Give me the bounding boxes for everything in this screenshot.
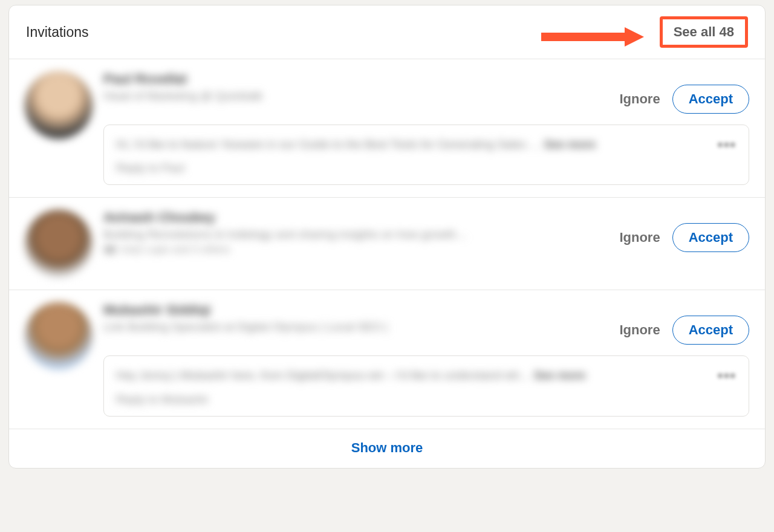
ignore-button[interactable]: Ignore — [619, 322, 660, 338]
reply-link[interactable]: Reply to Paul — [116, 161, 709, 175]
mutual-text: Judy Lujan and 3 others — [120, 244, 230, 256]
invitation-body: Paul Rovellat Head of Marketing @ Quickt… — [103, 71, 749, 185]
more-options-icon[interactable]: ••• — [718, 135, 737, 153]
message-box: Hi, I'd like to feature Yesware in our G… — [103, 125, 749, 185]
invitation-row: Avinash Choubey Building Remotetoms & In… — [9, 198, 765, 290]
svg-marker-1 — [625, 27, 644, 47]
card-title: Invitations — [26, 24, 89, 41]
card-footer: Show more — [9, 429, 765, 468]
invitation-info: Paul Rovellat Head of Marketing @ Quickt… — [103, 71, 619, 105]
message-line: Hey Jonny:) Mubashir here, from DigitalO… — [116, 366, 709, 385]
message-preview: Hey Jonny:) Mubashir here, from DigitalO… — [116, 369, 531, 381]
inviter-name[interactable]: Avinash Choubey — [103, 210, 619, 225]
avatar[interactable] — [25, 71, 93, 139]
inviter-headline: Link Building Specialist at Digital Olym… — [103, 320, 619, 334]
mutual-icon — [103, 245, 117, 254]
invitation-actions: Ignore Accept — [619, 210, 749, 252]
invitation-body: Avinash Choubey Building Remotetoms & In… — [103, 210, 749, 277]
invitation-top: Avinash Choubey Building Remotetoms & In… — [103, 210, 749, 256]
invitations-card: Invitations See all 48 Paul Rovellat Hea… — [8, 5, 766, 469]
message-text: Hi, I'd like to feature Yesware in our G… — [116, 135, 709, 175]
avatar[interactable] — [25, 302, 93, 370]
inviter-name[interactable]: Paul Rovellat — [103, 71, 619, 87]
invitation-row: Paul Rovellat Head of Marketing @ Quickt… — [9, 59, 765, 198]
more-options-icon[interactable]: ••• — [718, 366, 737, 384]
ignore-button[interactable]: Ignore — [619, 230, 660, 245]
see-more-link[interactable]: See more — [534, 369, 586, 381]
accept-button[interactable]: Accept — [672, 223, 749, 252]
inviter-name[interactable]: Mubashir Siddiqi — [103, 302, 619, 318]
show-more-button[interactable]: Show more — [351, 440, 423, 456]
inviter-headline: Head of Marketing @ Quicktalk — [103, 89, 619, 103]
card-header: Invitations See all 48 — [9, 5, 765, 59]
accept-button[interactable]: Accept — [672, 85, 749, 114]
invitation-info: Avinash Choubey Building Remotetoms & In… — [103, 210, 619, 256]
invitation-body: Mubashir Siddiqi Link Building Specialis… — [103, 302, 749, 416]
invitation-top: Mubashir Siddiqi Link Building Specialis… — [103, 302, 749, 345]
message-box: Hey Jonny:) Mubashir here, from DigitalO… — [103, 355, 749, 416]
accept-button[interactable]: Accept — [672, 316, 749, 345]
avatar[interactable] — [25, 210, 93, 277]
message-preview: Hi, I'd like to feature Yesware in our G… — [116, 138, 541, 151]
invitation-actions: Ignore Accept — [619, 302, 749, 345]
inviter-headline: Building Remotetoms & Indielogy and shar… — [103, 228, 619, 241]
see-all-link[interactable]: See all 48 — [660, 16, 748, 48]
mutual-connections[interactable]: Judy Lujan and 3 others — [103, 244, 619, 256]
invitation-actions: Ignore Accept — [619, 71, 749, 114]
invitation-top: Paul Rovellat Head of Marketing @ Quickt… — [103, 71, 749, 114]
invitation-row: Mubashir Siddiqi Link Building Specialis… — [9, 290, 765, 429]
invitation-info: Mubashir Siddiqi Link Building Specialis… — [103, 302, 619, 336]
reply-link[interactable]: Reply to Mubashir — [116, 393, 709, 406]
highlight-arrow-icon — [541, 26, 644, 48]
message-line: Hi, I'd like to feature Yesware in our G… — [116, 135, 709, 154]
ignore-button[interactable]: Ignore — [619, 91, 660, 107]
see-more-link[interactable]: See more — [544, 138, 596, 151]
message-text: Hey Jonny:) Mubashir here, from DigitalO… — [116, 366, 709, 406]
